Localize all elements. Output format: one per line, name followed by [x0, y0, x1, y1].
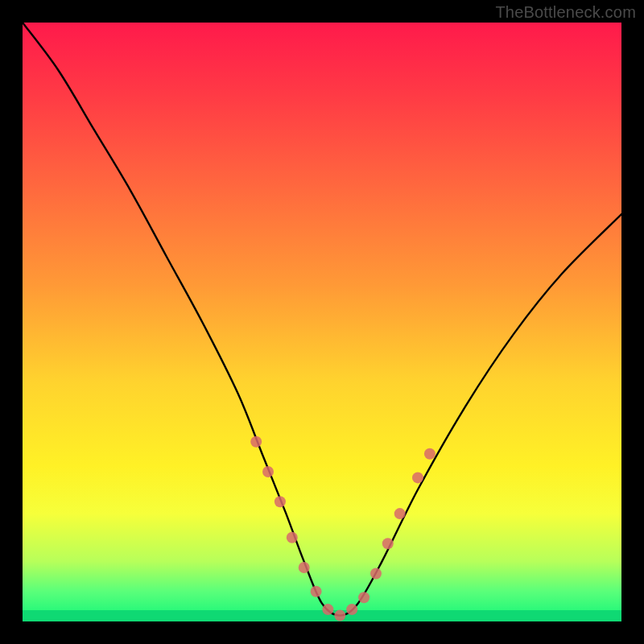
bottleneck-curve [23, 23, 621, 616]
marker-dot [311, 586, 322, 597]
watermark-text: TheBottleneck.com [495, 3, 636, 22]
marker-dot [299, 562, 310, 573]
marker-dot [250, 436, 262, 448]
marker-dot [346, 604, 357, 615]
highlight-dots [250, 436, 436, 621]
marker-dot [334, 610, 345, 621]
frame: TheBottleneck.com [0, 0, 644, 644]
marker-dot [424, 448, 436, 460]
marker-dot [287, 532, 298, 543]
chart-svg [23, 23, 621, 621]
plot-area [23, 23, 621, 621]
marker-dot [322, 604, 333, 615]
marker-dot [275, 496, 286, 507]
marker-dot [262, 466, 274, 477]
marker-dot [358, 592, 369, 603]
marker-dot [394, 508, 406, 519]
marker-dot [382, 538, 394, 549]
marker-dot [412, 472, 423, 483]
marker-dot [370, 568, 382, 580]
